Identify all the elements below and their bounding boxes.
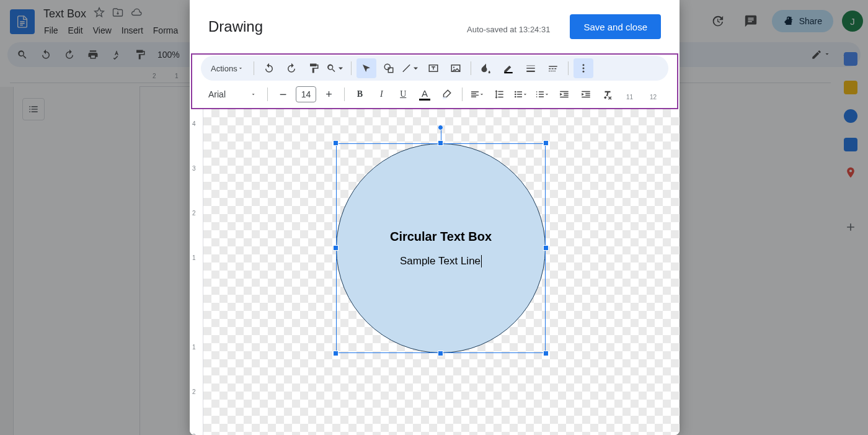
decrease-indent-icon[interactable] [555, 85, 573, 104]
border-dash-icon[interactable] [543, 58, 563, 78]
svg-rect-6 [504, 72, 513, 73]
textbox-tool-icon[interactable] [423, 58, 443, 78]
toolbar-highlight: Actions [191, 53, 678, 109]
resize-handle-br[interactable] [543, 351, 549, 356]
zoom-icon[interactable] [326, 58, 346, 78]
selected-shape[interactable]: Circular Text Box Sample Text Line [336, 143, 546, 353]
align-icon[interactable] [469, 85, 487, 104]
more-options-icon[interactable] [574, 58, 593, 78]
svg-point-9 [582, 71, 584, 73]
resize-handle-b[interactable] [438, 351, 443, 356]
rotation-handle[interactable] [438, 125, 443, 130]
resize-handle-tl[interactable] [333, 140, 339, 146]
image-tool-icon[interactable] [446, 58, 466, 78]
fill-color-icon[interactable] [476, 58, 496, 78]
redo-icon[interactable] [281, 58, 301, 78]
svg-point-10 [515, 91, 516, 93]
svg-point-11 [515, 94, 516, 96]
save-and-close-button[interactable]: Save and close [570, 14, 661, 39]
line-tool-icon[interactable] [401, 58, 421, 78]
svg-point-5 [453, 66, 454, 68]
font-size-input[interactable]: 14 [296, 86, 316, 102]
text-ruler-segment: 11 12 [622, 88, 666, 101]
drawing-dialog: Drawing Auto-saved at 13:24:31 Save and … [190, 0, 680, 435]
increase-indent-icon[interactable] [577, 85, 595, 104]
text-color-icon[interactable]: A [416, 85, 434, 104]
drawing-title: Drawing [208, 18, 263, 35]
drawing-toolbar-text: Arial − 14 + B I U A 11 12 [192, 81, 677, 108]
resize-handle-l[interactable] [333, 245, 339, 251]
undo-icon[interactable] [259, 58, 279, 78]
paint-format-icon[interactable] [304, 58, 324, 78]
resize-handle-tr[interactable] [543, 140, 549, 146]
shape-tool-icon[interactable] [379, 58, 399, 78]
decrease-font-size[interactable]: − [274, 85, 292, 104]
resize-handle-bl[interactable] [333, 351, 339, 356]
numbered-list-icon[interactable] [533, 85, 551, 104]
line-spacing-icon[interactable] [490, 85, 508, 104]
actions-menu[interactable]: Actions [206, 61, 249, 76]
resize-handle-r[interactable] [543, 245, 549, 251]
select-tool-icon[interactable] [356, 58, 376, 78]
svg-point-12 [515, 96, 516, 98]
bold-icon[interactable]: B [351, 85, 369, 104]
drawing-canvas[interactable]: Circular Text Box Sample Text Line [203, 109, 680, 435]
drawing-toolbar-shape: Actions [201, 56, 668, 81]
selection-border [336, 143, 546, 353]
clear-formatting-icon[interactable] [598, 85, 616, 104]
border-weight-icon[interactable] [521, 58, 541, 78]
italic-icon[interactable]: I [373, 85, 391, 104]
rotation-line [441, 130, 441, 141]
highlight-color-icon[interactable] [438, 85, 456, 104]
font-family-select[interactable]: Arial [203, 87, 261, 102]
underline-icon[interactable]: U [394, 85, 412, 104]
svg-point-7 [582, 64, 584, 66]
svg-point-8 [582, 68, 584, 70]
bulleted-list-icon[interactable] [512, 85, 529, 104]
svg-point-1 [384, 64, 390, 70]
resize-handle-t[interactable] [438, 140, 443, 146]
drawing-vertical-ruler: 4 3 2 1 1 2 3 [190, 109, 203, 435]
autosave-status: Auto-saved at 13:24:31 [467, 25, 550, 34]
border-color-icon[interactable] [498, 58, 518, 78]
svg-rect-2 [388, 68, 393, 73]
increase-font-size[interactable]: + [320, 85, 338, 104]
